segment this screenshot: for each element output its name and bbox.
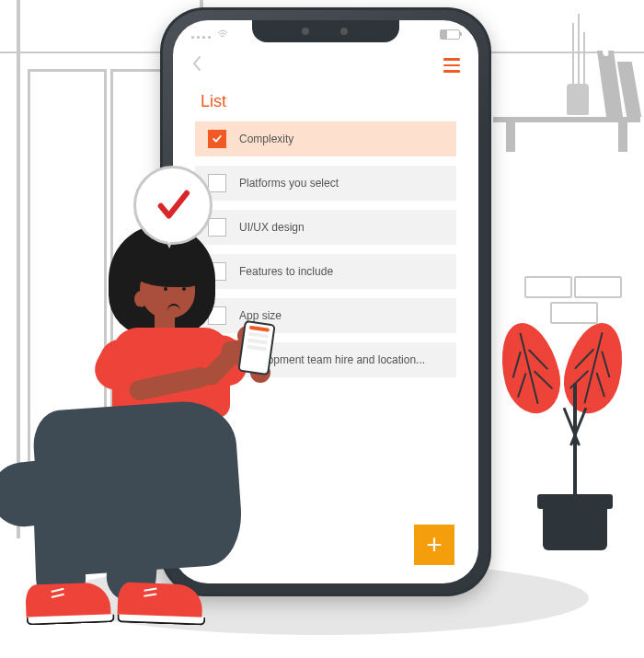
shoe (25, 582, 110, 621)
battery-icon (440, 29, 460, 40)
book (597, 51, 623, 117)
shelf-vase (567, 14, 589, 115)
checkbox-icon[interactable] (208, 174, 226, 192)
list-item-complexity[interactable]: Complexity (195, 121, 456, 156)
checkbox-icon[interactable] (208, 130, 226, 148)
checkmark-icon (153, 185, 193, 225)
person-illustration (9, 230, 285, 617)
plus-icon: + (426, 531, 443, 559)
list-title: List (201, 92, 226, 111)
wall-brick (524, 276, 572, 298)
plant-pot (543, 504, 607, 550)
list-item-label: Complexity (239, 133, 443, 145)
wall-brick (574, 276, 622, 298)
shelf-support (618, 122, 627, 152)
plant-leaf (557, 317, 632, 420)
shoe (117, 582, 202, 621)
shelf-support (506, 122, 515, 152)
menu-icon[interactable] (443, 58, 460, 73)
signal-icon (191, 29, 228, 39)
plant-leaf (492, 317, 568, 420)
plant-stem (573, 383, 577, 499)
speech-bubble-tail (163, 230, 176, 244)
nav-bar (191, 52, 460, 79)
back-icon[interactable] (191, 55, 202, 75)
handheld-phone (237, 320, 275, 375)
list-item-platforms[interactable]: Platforms you select (195, 166, 456, 201)
status-bar (191, 26, 460, 42)
add-button[interactable]: + (414, 525, 454, 565)
wall-brick (550, 302, 598, 324)
list-item-label: Platforms you select (239, 177, 443, 190)
illustration-stage: List Complexity Platforms you select UI/… (0, 0, 644, 658)
